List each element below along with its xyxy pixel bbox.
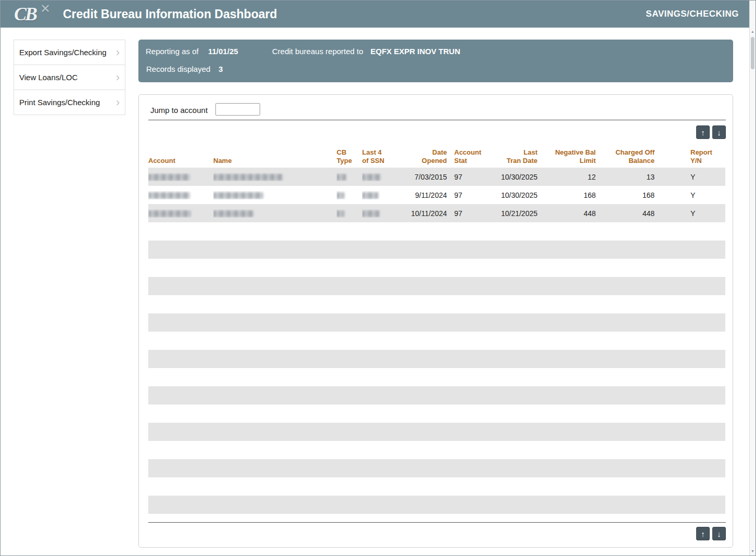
sidebar-item-export-savings-checking[interactable]: Export Savings/Checking › [14, 40, 125, 65]
sidebar-item-view-loans-loc[interactable]: View Loans/LOC › [14, 65, 125, 90]
column-header-account: Account [148, 148, 213, 165]
cell-charged-off-balance: 448 [596, 209, 655, 218]
records-displayed-value: 3 [219, 65, 223, 73]
cell-date-opened: 9/11/2024 [388, 191, 447, 199]
cell-account-stat: 97 [447, 173, 485, 181]
reporting-as-of-label: Reporting as of [146, 47, 199, 56]
redacted-value [337, 192, 344, 199]
cell-cb-type-redacted [337, 209, 362, 218]
table-row[interactable]: 9/11/2024 97 10/30/2025 168 168 Y [148, 186, 725, 204]
cell-date-opened: 10/11/2024 [388, 209, 447, 218]
cell-report-yn: Y [655, 173, 725, 181]
empty-row [148, 496, 725, 514]
logo-x-icon: ✕ [40, 2, 50, 16]
up-arrow-icon: ↑ [701, 530, 705, 538]
table-row[interactable]: 7/03/2015 97 10/30/2025 12 13 Y [148, 168, 725, 186]
redacted-value [148, 210, 191, 217]
scroll-up-button[interactable]: ↑ [696, 527, 710, 540]
redacted-value [362, 210, 379, 217]
empty-row [148, 459, 725, 477]
scrollbar-down-icon[interactable]: ▼ [750, 548, 755, 554]
cell-negative-bal-limit: 12 [537, 173, 596, 181]
down-arrow-icon: ↓ [717, 129, 721, 136]
sidebar-item-label: Print Savings/Checking [19, 98, 100, 107]
column-header-last4-ssn: Last 4of SSN [362, 148, 388, 165]
logo-text: CB [14, 3, 36, 25]
table-body: 7/03/2015 97 10/30/2025 12 13 Y 9/11/202… [148, 168, 725, 222]
scroll-buttons-top: ↑ ↓ [696, 125, 726, 139]
reporting-info-bar: Reporting as of 11/01/25 Credit bureaus … [138, 40, 733, 82]
cell-report-yn: Y [655, 191, 725, 199]
redacted-value [213, 210, 254, 217]
cell-account-stat: 97 [447, 209, 485, 218]
table-row[interactable]: 10/11/2024 97 10/21/2025 448 448 Y [148, 204, 725, 222]
empty-row [148, 277, 725, 295]
redacted-value [213, 174, 283, 181]
jump-to-account-label: Jump to account [150, 106, 208, 115]
cell-last-tran-date: 10/30/2025 [485, 191, 537, 199]
redacted-value [213, 192, 263, 199]
sidebar-item-print-savings-checking[interactable]: Print Savings/Checking › [14, 90, 125, 115]
scroll-down-button[interactable]: ↓ [712, 527, 726, 540]
credit-bureaus-value: EQFX EXPR INOV TRUN [370, 47, 460, 56]
sidebar: Export Savings/Checking › View Loans/LOC… [14, 40, 125, 115]
cell-date-opened: 7/03/2015 [388, 173, 447, 181]
redacted-value [362, 174, 381, 181]
column-header-negative-bal-limit: Negative BalLimit [537, 148, 596, 165]
column-header-cb-type: CBType [337, 148, 362, 165]
scrollbar-thumb[interactable] [751, 37, 754, 69]
cell-name-redacted [213, 191, 337, 199]
cell-name-redacted [213, 209, 337, 218]
column-header-account-stat: AccountStat [447, 148, 485, 165]
column-header-date-opened: DateOpened [388, 148, 447, 165]
cell-account-redacted [148, 191, 213, 199]
cell-name-redacted [213, 173, 337, 181]
column-header-last-tran-date: LastTran Date [485, 148, 537, 165]
empty-row [148, 386, 725, 405]
redacted-value [148, 174, 190, 181]
sidebar-item-label: View Loans/LOC [19, 73, 78, 82]
cell-charged-off-balance: 13 [596, 173, 655, 181]
redacted-value [362, 192, 378, 199]
cell-negative-bal-limit: 168 [537, 191, 596, 199]
cell-cb-type-redacted [337, 173, 362, 181]
column-header-charged-off-balance: Charged OffBalance [596, 148, 655, 165]
table-header: Account Name CBType Last 4of SSN DateOpe… [148, 148, 725, 165]
empty-row [148, 350, 725, 368]
redacted-value [148, 192, 190, 199]
divider-bottom [148, 522, 726, 523]
app-header: CB ✕ Credit Bureau Information Dashboard… [1, 1, 749, 28]
redacted-value [337, 174, 346, 181]
jump-to-account-input[interactable] [215, 103, 260, 116]
chevron-right-icon: › [116, 97, 120, 108]
cell-negative-bal-limit: 448 [537, 209, 596, 218]
column-header-report-yn: ReportY/N [655, 148, 725, 165]
empty-row [148, 241, 725, 259]
vertical-scrollbar[interactable]: ▲ ▼ [749, 1, 755, 555]
scroll-up-button[interactable]: ↑ [696, 125, 710, 139]
records-displayed-label: Records displayed [146, 65, 210, 73]
accounts-panel: Jump to account ↑ ↓ Account Name CBType … [138, 94, 733, 548]
cell-report-yn: Y [655, 209, 725, 218]
cell-cb-type-redacted [337, 191, 362, 199]
empty-row [148, 313, 725, 332]
scroll-down-button[interactable]: ↓ [712, 125, 726, 139]
section-label: SAVINGS/CHECKING [646, 9, 739, 19]
chevron-right-icon: › [116, 72, 120, 83]
cell-last4-ssn-redacted [362, 191, 388, 199]
cell-account-redacted [148, 173, 213, 181]
cell-account-stat: 97 [447, 191, 485, 199]
app-logo: CB ✕ [14, 3, 56, 26]
cell-last-tran-date: 10/21/2025 [485, 209, 537, 218]
cell-last4-ssn-redacted [362, 173, 388, 181]
scroll-buttons-bottom: ↑ ↓ [696, 527, 726, 540]
cell-last-tran-date: 10/30/2025 [485, 173, 537, 181]
scrollbar-up-icon[interactable]: ▲ [750, 29, 755, 35]
chevron-right-icon: › [116, 47, 120, 58]
up-arrow-icon: ↑ [701, 129, 705, 136]
column-header-name: Name [213, 148, 337, 165]
cell-charged-off-balance: 168 [596, 191, 655, 199]
sidebar-item-label: Export Savings/Checking [19, 48, 107, 57]
cell-account-redacted [148, 209, 213, 218]
reporting-as-of-value: 11/01/25 [208, 47, 238, 56]
